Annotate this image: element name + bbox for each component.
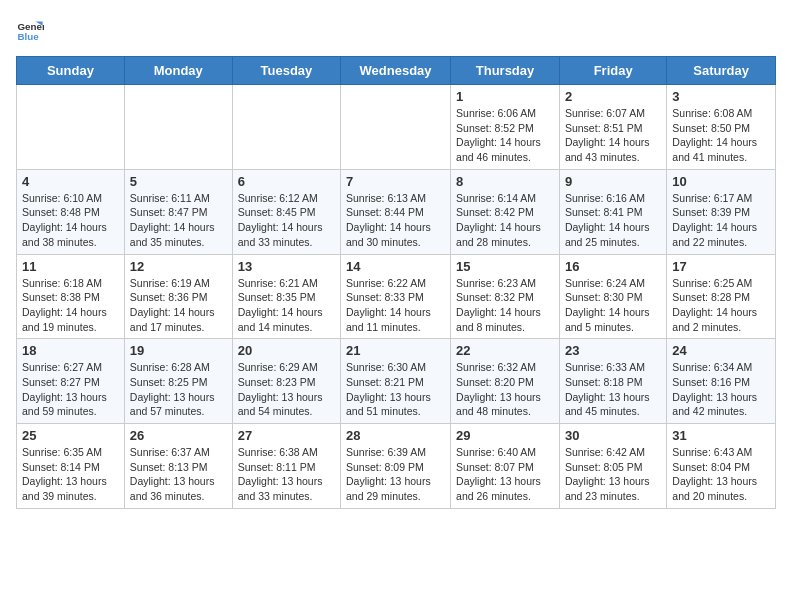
day-number: 8 xyxy=(456,174,554,189)
day-info: Sunrise: 6:25 AM Sunset: 8:28 PM Dayligh… xyxy=(672,276,770,335)
day-info: Sunrise: 6:23 AM Sunset: 8:32 PM Dayligh… xyxy=(456,276,554,335)
day-info: Sunrise: 6:22 AM Sunset: 8:33 PM Dayligh… xyxy=(346,276,445,335)
calendar-cell: 16Sunrise: 6:24 AM Sunset: 8:30 PM Dayli… xyxy=(559,254,666,339)
calendar-header-row: SundayMondayTuesdayWednesdayThursdayFrid… xyxy=(17,57,776,85)
calendar-cell: 14Sunrise: 6:22 AM Sunset: 8:33 PM Dayli… xyxy=(341,254,451,339)
calendar-cell: 27Sunrise: 6:38 AM Sunset: 8:11 PM Dayli… xyxy=(232,424,340,509)
calendar-cell: 8Sunrise: 6:14 AM Sunset: 8:42 PM Daylig… xyxy=(451,169,560,254)
calendar-cell xyxy=(341,85,451,170)
day-number: 5 xyxy=(130,174,227,189)
day-header-saturday: Saturday xyxy=(667,57,776,85)
calendar-cell: 9Sunrise: 6:16 AM Sunset: 8:41 PM Daylig… xyxy=(559,169,666,254)
day-info: Sunrise: 6:12 AM Sunset: 8:45 PM Dayligh… xyxy=(238,191,335,250)
calendar-cell: 12Sunrise: 6:19 AM Sunset: 8:36 PM Dayli… xyxy=(124,254,232,339)
day-number: 16 xyxy=(565,259,661,274)
day-number: 14 xyxy=(346,259,445,274)
calendar-cell: 29Sunrise: 6:40 AM Sunset: 8:07 PM Dayli… xyxy=(451,424,560,509)
calendar: SundayMondayTuesdayWednesdayThursdayFrid… xyxy=(16,56,776,509)
day-number: 6 xyxy=(238,174,335,189)
day-number: 7 xyxy=(346,174,445,189)
day-info: Sunrise: 6:27 AM Sunset: 8:27 PM Dayligh… xyxy=(22,360,119,419)
calendar-cell: 2Sunrise: 6:07 AM Sunset: 8:51 PM Daylig… xyxy=(559,85,666,170)
day-number: 9 xyxy=(565,174,661,189)
calendar-week-3: 11Sunrise: 6:18 AM Sunset: 8:38 PM Dayli… xyxy=(17,254,776,339)
calendar-cell: 22Sunrise: 6:32 AM Sunset: 8:20 PM Dayli… xyxy=(451,339,560,424)
day-info: Sunrise: 6:06 AM Sunset: 8:52 PM Dayligh… xyxy=(456,106,554,165)
day-info: Sunrise: 6:40 AM Sunset: 8:07 PM Dayligh… xyxy=(456,445,554,504)
day-info: Sunrise: 6:19 AM Sunset: 8:36 PM Dayligh… xyxy=(130,276,227,335)
calendar-cell: 15Sunrise: 6:23 AM Sunset: 8:32 PM Dayli… xyxy=(451,254,560,339)
calendar-cell: 28Sunrise: 6:39 AM Sunset: 8:09 PM Dayli… xyxy=(341,424,451,509)
day-number: 10 xyxy=(672,174,770,189)
calendar-cell: 25Sunrise: 6:35 AM Sunset: 8:14 PM Dayli… xyxy=(17,424,125,509)
day-info: Sunrise: 6:39 AM Sunset: 8:09 PM Dayligh… xyxy=(346,445,445,504)
day-info: Sunrise: 6:11 AM Sunset: 8:47 PM Dayligh… xyxy=(130,191,227,250)
day-info: Sunrise: 6:08 AM Sunset: 8:50 PM Dayligh… xyxy=(672,106,770,165)
day-number: 15 xyxy=(456,259,554,274)
calendar-cell: 31Sunrise: 6:43 AM Sunset: 8:04 PM Dayli… xyxy=(667,424,776,509)
day-number: 11 xyxy=(22,259,119,274)
calendar-cell: 5Sunrise: 6:11 AM Sunset: 8:47 PM Daylig… xyxy=(124,169,232,254)
day-header-tuesday: Tuesday xyxy=(232,57,340,85)
logo: General Blue xyxy=(16,16,48,44)
calendar-cell: 30Sunrise: 6:42 AM Sunset: 8:05 PM Dayli… xyxy=(559,424,666,509)
day-info: Sunrise: 6:38 AM Sunset: 8:11 PM Dayligh… xyxy=(238,445,335,504)
day-info: Sunrise: 6:28 AM Sunset: 8:25 PM Dayligh… xyxy=(130,360,227,419)
calendar-cell: 13Sunrise: 6:21 AM Sunset: 8:35 PM Dayli… xyxy=(232,254,340,339)
calendar-cell: 20Sunrise: 6:29 AM Sunset: 8:23 PM Dayli… xyxy=(232,339,340,424)
day-info: Sunrise: 6:35 AM Sunset: 8:14 PM Dayligh… xyxy=(22,445,119,504)
calendar-cell: 17Sunrise: 6:25 AM Sunset: 8:28 PM Dayli… xyxy=(667,254,776,339)
day-header-monday: Monday xyxy=(124,57,232,85)
day-number: 27 xyxy=(238,428,335,443)
day-info: Sunrise: 6:32 AM Sunset: 8:20 PM Dayligh… xyxy=(456,360,554,419)
calendar-week-1: 1Sunrise: 6:06 AM Sunset: 8:52 PM Daylig… xyxy=(17,85,776,170)
svg-text:Blue: Blue xyxy=(17,31,39,42)
day-number: 25 xyxy=(22,428,119,443)
day-header-sunday: Sunday xyxy=(17,57,125,85)
logo-icon: General Blue xyxy=(16,16,44,44)
page-header: General Blue xyxy=(16,16,776,44)
day-number: 18 xyxy=(22,343,119,358)
day-number: 22 xyxy=(456,343,554,358)
calendar-cell: 26Sunrise: 6:37 AM Sunset: 8:13 PM Dayli… xyxy=(124,424,232,509)
day-header-wednesday: Wednesday xyxy=(341,57,451,85)
day-number: 29 xyxy=(456,428,554,443)
day-info: Sunrise: 6:43 AM Sunset: 8:04 PM Dayligh… xyxy=(672,445,770,504)
day-number: 24 xyxy=(672,343,770,358)
day-number: 13 xyxy=(238,259,335,274)
day-info: Sunrise: 6:18 AM Sunset: 8:38 PM Dayligh… xyxy=(22,276,119,335)
day-info: Sunrise: 6:07 AM Sunset: 8:51 PM Dayligh… xyxy=(565,106,661,165)
day-info: Sunrise: 6:30 AM Sunset: 8:21 PM Dayligh… xyxy=(346,360,445,419)
day-info: Sunrise: 6:33 AM Sunset: 8:18 PM Dayligh… xyxy=(565,360,661,419)
calendar-cell: 24Sunrise: 6:34 AM Sunset: 8:16 PM Dayli… xyxy=(667,339,776,424)
calendar-cell: 23Sunrise: 6:33 AM Sunset: 8:18 PM Dayli… xyxy=(559,339,666,424)
day-number: 3 xyxy=(672,89,770,104)
calendar-cell: 19Sunrise: 6:28 AM Sunset: 8:25 PM Dayli… xyxy=(124,339,232,424)
day-info: Sunrise: 6:17 AM Sunset: 8:39 PM Dayligh… xyxy=(672,191,770,250)
calendar-cell: 11Sunrise: 6:18 AM Sunset: 8:38 PM Dayli… xyxy=(17,254,125,339)
calendar-week-2: 4Sunrise: 6:10 AM Sunset: 8:48 PM Daylig… xyxy=(17,169,776,254)
calendar-cell: 21Sunrise: 6:30 AM Sunset: 8:21 PM Dayli… xyxy=(341,339,451,424)
calendar-cell: 7Sunrise: 6:13 AM Sunset: 8:44 PM Daylig… xyxy=(341,169,451,254)
day-info: Sunrise: 6:10 AM Sunset: 8:48 PM Dayligh… xyxy=(22,191,119,250)
day-info: Sunrise: 6:34 AM Sunset: 8:16 PM Dayligh… xyxy=(672,360,770,419)
day-info: Sunrise: 6:42 AM Sunset: 8:05 PM Dayligh… xyxy=(565,445,661,504)
day-number: 31 xyxy=(672,428,770,443)
day-number: 2 xyxy=(565,89,661,104)
calendar-cell: 6Sunrise: 6:12 AM Sunset: 8:45 PM Daylig… xyxy=(232,169,340,254)
day-info: Sunrise: 6:14 AM Sunset: 8:42 PM Dayligh… xyxy=(456,191,554,250)
calendar-cell: 10Sunrise: 6:17 AM Sunset: 8:39 PM Dayli… xyxy=(667,169,776,254)
day-info: Sunrise: 6:37 AM Sunset: 8:13 PM Dayligh… xyxy=(130,445,227,504)
calendar-cell: 3Sunrise: 6:08 AM Sunset: 8:50 PM Daylig… xyxy=(667,85,776,170)
day-info: Sunrise: 6:13 AM Sunset: 8:44 PM Dayligh… xyxy=(346,191,445,250)
calendar-cell xyxy=(232,85,340,170)
day-number: 21 xyxy=(346,343,445,358)
day-number: 12 xyxy=(130,259,227,274)
day-number: 17 xyxy=(672,259,770,274)
calendar-cell xyxy=(124,85,232,170)
day-number: 20 xyxy=(238,343,335,358)
calendar-cell: 18Sunrise: 6:27 AM Sunset: 8:27 PM Dayli… xyxy=(17,339,125,424)
day-info: Sunrise: 6:21 AM Sunset: 8:35 PM Dayligh… xyxy=(238,276,335,335)
calendar-week-4: 18Sunrise: 6:27 AM Sunset: 8:27 PM Dayli… xyxy=(17,339,776,424)
calendar-cell: 4Sunrise: 6:10 AM Sunset: 8:48 PM Daylig… xyxy=(17,169,125,254)
